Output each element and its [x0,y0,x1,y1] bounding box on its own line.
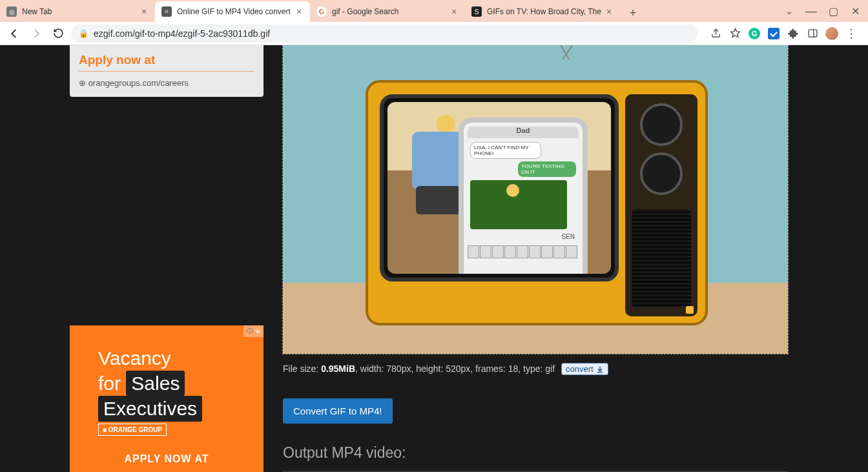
tab-ezgif[interactable]: ⌗ Online GIF to MP4 Video convert × [155,1,310,22]
minimize-button[interactable]: — [802,3,820,19]
close-window-button[interactable]: ✕ [846,3,864,19]
menu-icon[interactable]: ⋮ [842,25,860,43]
new-tab-button[interactable]: + [624,4,642,22]
bookmark-icon[interactable] [726,25,744,43]
google-icon: G [316,6,327,17]
window-controls: ⌄ — ▢ ✕ [780,3,864,19]
ad-text: Vacancy for Sales Executives [98,346,202,422]
tab-label: New Tab [22,7,137,16]
back-button[interactable] [5,25,23,43]
ad-domain: ⊕ orangegroups.com/careers [79,78,254,88]
chrome-icon: ◎ [6,6,17,17]
share-icon[interactable] [707,25,725,43]
extension-icon[interactable] [765,25,783,43]
file-meta: File size: 0.95MiB, width: 780px, height… [283,363,788,375]
main-content: Dad LISA, I CAN'T FIND MY PHONE! YOU'RE … [283,45,788,472]
ad-headline: Apply now at [79,53,254,67]
site-icon: S [471,6,482,17]
ad-cta: APPLY NOW AT [70,453,264,465]
tab-new[interactable]: ◎ New Tab × [0,1,155,22]
lock-icon: 🔒 [79,29,88,38]
gif-preview: Dad LISA, I CAN'T FIND MY PHONE! YOU'RE … [283,45,788,354]
tab-article[interactable]: S GIFs on TV: How Broad City, The × [465,1,620,22]
grammarly-icon[interactable]: G [745,25,763,43]
forward-button[interactable] [27,25,45,43]
ezgif-icon: ⌗ [161,6,172,17]
svg-rect-0 [809,30,817,37]
close-icon[interactable]: × [450,7,459,16]
url-text: ezgif.com/gif-to-mp4/ezgif-5-2ac93011db.… [94,28,270,39]
tab-label: Online GIF to MP4 Video convert [177,7,292,16]
sidebar: Apply now at ⊕ orangegroups.com/careers [70,45,264,97]
tab-label: GIFs on TV: How Broad City, The [487,7,602,16]
tab-bar: ◎ New Tab × ⌗ Online GIF to MP4 Video co… [0,0,868,22]
convert-link[interactable]: convert [561,363,608,375]
reload-button[interactable] [49,25,67,43]
close-icon[interactable]: × [294,7,304,16]
convert-button[interactable]: Convert GIF to MP4! [283,398,393,424]
sidepanel-icon[interactable] [803,25,822,43]
tab-label: gif - Google Search [332,7,447,16]
profile-avatar[interactable] [823,25,841,43]
ad-close[interactable]: ⓘ ✕ [243,325,264,337]
address-bar[interactable]: 🔒 ezgif.com/gif-to-mp4/ezgif-5-2ac93011d… [71,25,698,43]
close-icon[interactable]: × [604,7,614,16]
tabsearch-icon[interactable]: ⌄ [780,3,798,19]
close-icon[interactable]: × [140,7,149,16]
maximize-button[interactable]: ▢ [824,3,842,19]
tv-illustration: Dad LISA, I CAN'T FIND MY PHONE! YOU'RE … [366,80,708,325]
page-viewport: Apply now at ⊕ orangegroups.com/careers … [0,45,868,472]
phone-illustration: Dad LISA, I CAN'T FIND MY PHONE! YOU'RE … [459,118,588,274]
extensions-icon[interactable] [784,25,802,43]
toolbar: 🔒 ezgif.com/gif-to-mp4/ezgif-5-2ac93011d… [0,22,868,45]
ad-logo: ■ ORANGE GROUP [98,424,167,436]
ad-banner-top[interactable]: Apply now at ⊕ orangegroups.com/careers [70,45,264,97]
ad-banner-bottom[interactable]: ⓘ ✕ Vacancy for Sales Executives ■ ORANG… [70,325,264,472]
output-heading: Output MP4 video: [283,444,788,462]
tab-google[interactable]: G gif - Google Search × [310,1,465,22]
